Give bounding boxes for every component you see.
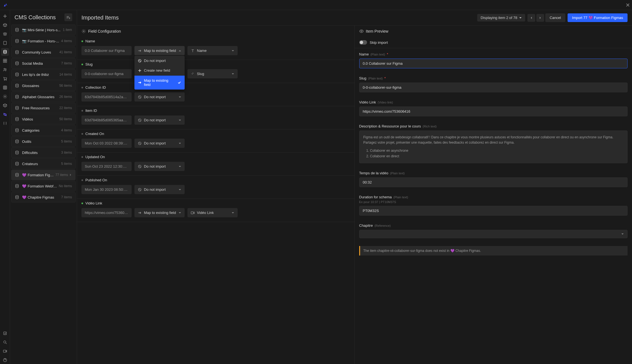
logic-icon[interactable]	[1, 110, 9, 118]
collection-item[interactable]: Difficultés 3 items	[11, 147, 76, 158]
field-target-select[interactable]: Vidéo Link	[187, 208, 238, 217]
dropdown-option-label: Map to existing field	[144, 78, 175, 87]
collection-item[interactable]: Social Media 7 items	[11, 58, 76, 69]
required-marker: *	[387, 52, 388, 56]
collection-item[interactable]: 💜 Formation Webfl... No items	[11, 181, 76, 191]
collection-prefix: 💜	[22, 173, 26, 177]
add-collection-button[interactable]	[64, 13, 72, 21]
cube-icon[interactable]	[1, 21, 9, 29]
collection-item[interactable]: Free Ressources 22 items	[11, 103, 76, 113]
svg-point-40	[16, 184, 18, 185]
pages-icon[interactable]	[1, 39, 9, 47]
assets-icon[interactable]	[1, 57, 9, 65]
field-row: Vidéo Link https://vimeo.com/75360641… M…	[77, 199, 354, 222]
import-button[interactable]: Import 77 💜 Formation Figmas	[568, 13, 628, 22]
ecommerce-icon[interactable]	[1, 75, 9, 83]
svg-point-11	[5, 69, 6, 70]
cms-icon[interactable]	[1, 48, 9, 56]
layers-icon[interactable]	[1, 30, 9, 38]
chevron-down-icon	[231, 49, 234, 52]
chevron-down-icon	[231, 211, 234, 214]
field-map-select[interactable]: Do not import	[134, 115, 185, 125]
add-button[interactable]	[1, 12, 9, 20]
users-icon[interactable]	[1, 66, 9, 74]
svg-line-48	[139, 96, 141, 98]
video-icon[interactable]	[1, 347, 9, 355]
link-icon	[191, 72, 195, 76]
search-icon[interactable]	[1, 338, 9, 346]
field-target-select[interactable]: Name	[187, 46, 238, 55]
preview-video-input[interactable]: https://vimeo.com/753606416	[359, 107, 628, 116]
field-map-select[interactable]: Do not import	[134, 162, 185, 171]
collection-item[interactable]: Outils 5 items	[11, 136, 76, 147]
prohibit-icon	[138, 188, 142, 192]
chevron-down-icon	[621, 233, 624, 235]
settings-icon[interactable]	[1, 93, 9, 100]
preview-desc-input[interactable]: Figma est un outil de webdesign collabor…	[359, 131, 628, 163]
collection-item[interactable]: Glossaires 56 items	[11, 80, 76, 91]
box-icon[interactable]	[1, 102, 9, 109]
prev-item-button[interactable]	[527, 14, 535, 22]
field-map-select[interactable]: Do not import	[134, 185, 185, 194]
svg-point-33	[16, 106, 18, 107]
collection-prefix: 💜	[22, 195, 26, 199]
collection-item[interactable]: 📷 Mini-Série | Hors-s... 1 item	[11, 25, 76, 35]
field-map-select[interactable]: Do not import	[134, 139, 185, 148]
collection-prefix: 💜	[22, 184, 26, 188]
item-counter[interactable]: Displaying item 2 of 78	[477, 14, 525, 21]
preview-chapitre-input[interactable]	[359, 230, 628, 238]
collection-item[interactable]: Alphabet Glossaries 26 items	[11, 91, 76, 102]
field-target-select[interactable]: Slug	[187, 69, 238, 78]
collection-item[interactable]: Créateurs 5 items	[11, 158, 76, 169]
collection-item[interactable]: 💜 Chapitre Figmas 7 items	[11, 192, 76, 203]
svg-rect-4	[4, 41, 6, 45]
field-map-text: Map to existing field	[144, 49, 176, 53]
preview-slug-label: Slug	[359, 76, 366, 80]
close-icon[interactable]	[626, 3, 630, 7]
chevron-down-icon	[178, 119, 181, 122]
help-icon[interactable]	[1, 356, 9, 364]
collection-item[interactable]: Vidéos 50 items	[11, 114, 76, 124]
preview-name-input[interactable]: 0.0 Collaborer sur Figma	[359, 59, 628, 68]
collection-name: Créateurs	[22, 162, 59, 166]
field-target-text: Name	[197, 49, 229, 53]
collection-item[interactable]: Catégories 4 items	[11, 125, 76, 136]
field-map-select[interactable]: Do not import	[134, 92, 185, 102]
svg-point-12	[4, 80, 5, 80]
field-map-select[interactable]: Map to existing field	[134, 208, 185, 217]
prohibit-icon	[138, 95, 142, 99]
apps-icon[interactable]	[1, 84, 9, 91]
svg-line-50	[139, 119, 141, 121]
audit-icon[interactable]	[1, 329, 9, 337]
preview-name-type: (Plain text)	[370, 53, 385, 56]
preview-temps-input[interactable]: 00:32	[359, 177, 628, 187]
svg-line-54	[139, 165, 141, 167]
collection-count: 5 items	[61, 139, 72, 143]
collection-name: Free Ressources	[22, 106, 58, 110]
field-label-text: Vidéo Link	[85, 201, 102, 205]
svg-point-30	[16, 73, 18, 74]
collection-item[interactable]: Community Loves 41 items	[11, 47, 76, 57]
svg-rect-7	[5, 59, 7, 61]
eye-icon	[359, 29, 364, 33]
cancel-button[interactable]: Cancel	[545, 13, 565, 22]
variables-icon[interactable]	[1, 119, 9, 127]
preview-temps-label: Temps de la vidéo	[359, 171, 389, 175]
preview-slug-input[interactable]: 0-0-collaborer-sur-figma	[359, 83, 628, 92]
field-map-select[interactable]: Map to existing field Do not import Crea…	[134, 46, 185, 55]
collection-item[interactable]: 💜 Formation Figm... 77 items	[11, 170, 76, 180]
preview-duration-input[interactable]: PT0M32S	[359, 206, 628, 216]
field-map-text: Do not import	[144, 187, 176, 192]
collection-item[interactable]: Les tip's de thibz 14 items	[11, 69, 76, 80]
dropdown-option-do-not-import[interactable]: Do not import	[134, 56, 185, 66]
dropdown-option-map-existing[interactable]: Map to existing field	[134, 76, 185, 90]
collections-title: CMS Collections	[15, 14, 56, 21]
collection-item[interactable]: 📷 Formation - Hors-... 4 items	[11, 36, 76, 46]
field-target-text: Slug	[197, 72, 229, 76]
arrow-right-icon	[138, 211, 142, 215]
svg-rect-19	[3, 350, 6, 352]
database-icon	[15, 50, 19, 54]
next-item-button[interactable]	[536, 14, 544, 22]
dropdown-option-create-new[interactable]: Create new field	[134, 66, 185, 75]
skip-import-toggle[interactable]	[359, 40, 367, 45]
